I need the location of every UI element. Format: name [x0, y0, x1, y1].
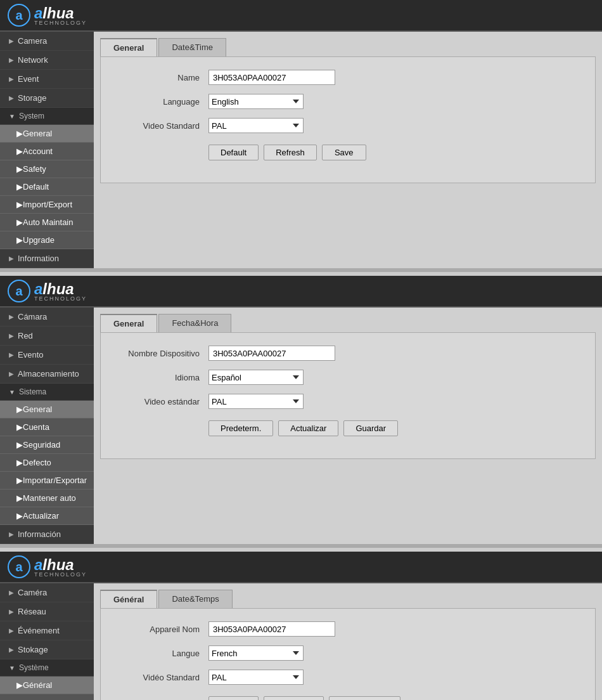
sidebar-sub-6[interactable]: ▶Account — [0, 143, 94, 160]
sidebar-item-3[interactable]: ▶Stokage — [0, 640, 94, 659]
form-text-input-0[interactable] — [208, 346, 335, 361]
arrow-icon: ▶ — [9, 370, 14, 377]
arrow-icon: ▶ — [9, 37, 14, 44]
form-panel: NameLanguageEnglishVideo StandardPALDefa… — [100, 56, 596, 183]
button-row: DefaultActualiserSauvegarder — [208, 696, 576, 700]
arrow-icon: ▶ — [9, 313, 14, 320]
sidebar-sub-label: Auto Maintain — [23, 217, 74, 227]
form-select-2[interactable]: PAL — [208, 394, 304, 409]
sidebar-section-4[interactable]: ▼Système — [0, 659, 94, 677]
sidebar-item-label: Storage — [18, 93, 47, 103]
arrow-icon: ▶ — [9, 255, 14, 262]
sidebar-sub-10[interactable]: ▶Auto Maintain — [0, 214, 94, 231]
btn-1[interactable]: Refresh — [264, 145, 317, 160]
sidebar-section-4[interactable]: ▼Sistema — [0, 384, 94, 401]
btn-1[interactable]: Actualizar — [278, 420, 338, 436]
form-label-1: Langue — [120, 649, 208, 658]
sidebar-sub-10[interactable]: ▶Mantener auto — [0, 489, 94, 507]
sidebar-sub-label: Default — [23, 182, 49, 191]
btn-0[interactable]: Default — [208, 696, 259, 700]
btn-1[interactable]: Actualiser — [264, 696, 324, 700]
sidebar-item-0[interactable]: ▶Cámara — [0, 308, 94, 327]
sidebar-sub-9[interactable]: ▶Import/Export — [0, 196, 94, 214]
sidebar-item-12[interactable]: ▶Información — [0, 525, 94, 544]
sidebar-item-0[interactable]: ▶Caméra — [0, 583, 94, 602]
form-panel: Appareil NomLangueFrenchVidéo StandardPA… — [100, 608, 596, 700]
sidebar-sub-active-5[interactable]: ▶General — [0, 125, 94, 143]
logo: a alhua TECHNOLOGY — [8, 280, 87, 302]
sidebar-item-3[interactable]: ▶Storage — [0, 89, 94, 108]
sidebar-item-1[interactable]: ▶Réseau — [0, 602, 94, 621]
form-row-2: Video StandardPAL — [120, 118, 576, 133]
sidebar-item-2[interactable]: ▶Evento — [0, 346, 94, 365]
sidebar-sub-active-5[interactable]: ▶Général — [0, 677, 94, 694]
logo-text: alhua TECHNOLOGY — [34, 280, 87, 302]
arrow-icon: ▶ — [16, 493, 23, 503]
tab-0[interactable]: General — [100, 314, 157, 332]
sidebar-sub-label: Actualizar — [23, 511, 59, 521]
arrow-icon: ▶ — [9, 75, 14, 82]
logo-sub: TECHNOLOGY — [34, 571, 87, 578]
sidebar-item-1[interactable]: ▶Red — [0, 327, 94, 346]
sidebar-sub-7[interactable]: ▶Safety — [0, 160, 94, 178]
form-select-1[interactable]: Español — [208, 370, 304, 385]
logo-icon: a — [8, 4, 30, 27]
btn-2[interactable]: Guardar — [343, 420, 398, 436]
btn-0[interactable]: Default — [208, 145, 259, 160]
arrow-icon: ▶ — [16, 458, 23, 467]
arrow-icon: ▶ — [9, 608, 14, 615]
tab-1[interactable]: Date&Time — [158, 38, 226, 56]
form-text-input-0[interactable] — [208, 621, 335, 637]
sidebar-item-label: Information — [18, 254, 59, 263]
sidebar-section-4[interactable]: ▼System — [0, 108, 94, 125]
sidebar-sub-label: General — [23, 129, 52, 138]
sidebar-sub-9[interactable]: ▶Importar/Exportar — [0, 472, 94, 489]
sidebar-sub-8[interactable]: ▶Default — [0, 178, 94, 196]
sidebar-sub-7[interactable]: ▶Seguridad — [0, 436, 94, 454]
arrow-icon: ▶ — [9, 589, 14, 596]
sidebar-sub-6[interactable]: ▶Cuenta — [0, 418, 94, 436]
arrow-icon: ▶ — [16, 217, 23, 227]
content-area: GénéralDate&TempsAppareil NomLangueFrenc… — [94, 583, 602, 700]
sidebar-sub-11[interactable]: ▶Actualizar — [0, 507, 94, 525]
sidebar-sub-label: Importar/Exportar — [23, 476, 87, 485]
form-select-2[interactable]: PAL — [208, 670, 304, 685]
arrow-icon: ▼ — [9, 389, 15, 396]
sidebar-item-3[interactable]: ▶Almacenamiento — [0, 365, 94, 384]
button-row: Predeterm.ActualizarGuardar — [208, 420, 576, 436]
sidebar-item-label: Caméra — [18, 588, 47, 597]
btn-2[interactable]: Save — [322, 145, 366, 160]
tab-0[interactable]: General — [100, 38, 157, 56]
arrow-icon: ▶ — [9, 646, 14, 653]
sidebar-sub-label: Général — [23, 680, 52, 690]
form-text-input-0[interactable] — [208, 70, 335, 85]
header-bar: a alhua TECHNOLOGY — [0, 276, 602, 306]
arrow-icon: ▶ — [9, 94, 14, 101]
sidebar-item-2[interactable]: ▶Événement — [0, 621, 94, 640]
tab-0[interactable]: Général — [100, 590, 157, 608]
header-bar: a alhua TECHNOLOGY — [0, 552, 602, 582]
sidebar-item-2[interactable]: ▶Event — [0, 70, 94, 89]
sidebar-sub-11[interactable]: ▶Upgrade — [0, 231, 94, 249]
form-select-1[interactable]: French — [208, 645, 304, 661]
tab-bar: GeneralDate&Time — [100, 38, 596, 56]
sidebar: ▶Cámara▶Red▶Evento▶Almacenamiento▼Sistem… — [0, 308, 94, 544]
sidebar-item-1[interactable]: ▶Network — [0, 51, 94, 70]
form-label-1: Idioma — [120, 373, 208, 382]
form-select-1[interactable]: English — [208, 94, 304, 109]
sidebar-sub-6[interactable]: ▶Compte — [0, 694, 94, 700]
btn-2[interactable]: Sauvegarder — [329, 696, 400, 700]
tab-1[interactable]: Date&Temps — [158, 590, 232, 608]
sidebar-item-label: Camera — [18, 36, 47, 46]
sidebar-sub-label: Seguridad — [23, 440, 60, 450]
header-bar: a alhua TECHNOLOGY — [0, 0, 602, 30]
form-select-2[interactable]: PAL — [208, 118, 304, 133]
sidebar-item-12[interactable]: ▶Information — [0, 249, 94, 268]
sidebar-sub-label: Import/Export — [23, 200, 72, 209]
sidebar-item-label: Información — [18, 529, 61, 539]
tab-1[interactable]: Fecha&Hora — [158, 314, 231, 332]
sidebar-sub-active-5[interactable]: ▶General — [0, 401, 94, 418]
btn-0[interactable]: Predeterm. — [208, 420, 273, 436]
sidebar-item-0[interactable]: ▶Camera — [0, 32, 94, 51]
sidebar-sub-8[interactable]: ▶Defecto — [0, 454, 94, 472]
